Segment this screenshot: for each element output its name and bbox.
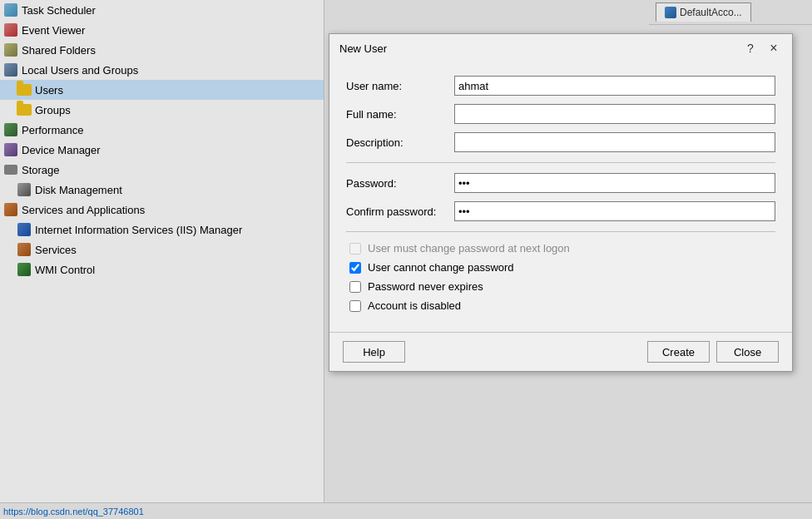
checkbox-must-change-row: User must change password at next logon xyxy=(346,242,775,255)
close-button[interactable]: Close xyxy=(716,341,779,363)
cannot-change-checkbox[interactable] xyxy=(349,262,361,274)
password-input[interactable] xyxy=(454,173,775,193)
account-disabled-checkbox[interactable] xyxy=(349,300,361,312)
new-user-dialog: New User ? × User name: Full name: Descr… xyxy=(329,33,793,372)
password-label: Password: xyxy=(346,177,454,190)
never-expires-checkbox[interactable] xyxy=(349,281,361,293)
dialog-controls: ? × xyxy=(742,41,782,56)
must-change-checkbox[interactable] xyxy=(349,243,361,255)
description-row: Description: xyxy=(346,132,775,152)
password-row: Password: xyxy=(346,173,775,193)
description-label: Description: xyxy=(346,136,454,149)
checkbox-never-expires-row: Password never expires xyxy=(346,280,775,293)
dialog-title: New User xyxy=(339,42,387,55)
help-button[interactable]: Help xyxy=(343,341,405,363)
divider-2 xyxy=(346,231,775,232)
username-label: User name: xyxy=(346,80,454,92)
dialog-footer: Help Create Close xyxy=(329,332,792,371)
confirm-password-input[interactable] xyxy=(454,201,775,221)
dialog-content: User name: Full name: Description: Passw… xyxy=(329,62,792,332)
confirm-password-label: Confirm password: xyxy=(346,205,454,218)
fullname-label: Full name: xyxy=(346,108,454,121)
dialog-titlebar: New User ? × xyxy=(329,34,792,62)
create-button[interactable]: Create xyxy=(647,341,710,363)
must-change-label: User must change password at next logon xyxy=(368,242,570,255)
checkbox-cannot-change-row: User cannot change password xyxy=(346,261,775,274)
cannot-change-label: User cannot change password xyxy=(368,261,514,274)
footer-buttons: Help Create Close xyxy=(343,341,779,363)
dialog-help-button[interactable]: ? xyxy=(742,41,759,56)
confirm-password-row: Confirm password: xyxy=(346,201,775,221)
description-input[interactable] xyxy=(454,132,775,152)
account-disabled-label: Account is disabled xyxy=(368,299,461,312)
fullname-input[interactable] xyxy=(454,104,775,124)
checkbox-disabled-row: Account is disabled xyxy=(346,299,775,312)
username-row: User name: xyxy=(346,76,775,96)
never-expires-label: Password never expires xyxy=(368,280,483,293)
divider-1 xyxy=(346,162,775,163)
username-input[interactable] xyxy=(454,76,775,96)
dialog-close-button[interactable]: × xyxy=(765,41,782,56)
fullname-row: Full name: xyxy=(346,104,775,124)
